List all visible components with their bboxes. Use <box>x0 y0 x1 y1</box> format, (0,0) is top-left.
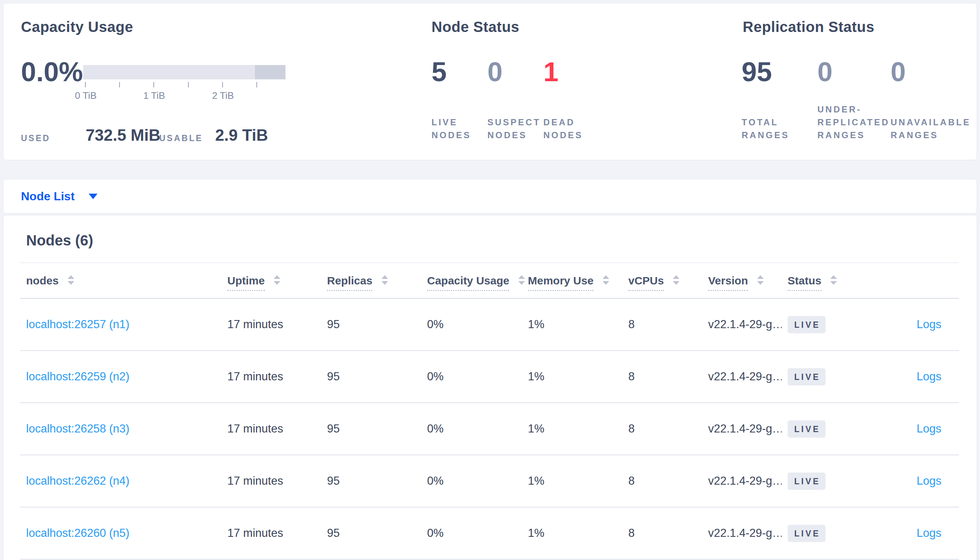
replicas-cell: 95 <box>321 507 421 559</box>
total-ranges-count: 95 <box>742 58 772 86</box>
node-status-title: Node Status <box>431 19 519 35</box>
axis-tick <box>154 82 154 87</box>
nodes-panel: Nodes (6) nodes Uptime <box>3 215 977 560</box>
status-cell: LIVE <box>782 455 851 507</box>
caret-down-icon <box>89 193 97 199</box>
nodes-table: nodes Uptime Replicas Capacity Usag <box>20 262 959 560</box>
version-cell: v22.1.4-29-g… <box>702 455 782 507</box>
view-switcher-bar: Node List <box>3 179 977 213</box>
usable-label: USABLE <box>159 133 203 143</box>
dead-nodes-count: 1 <box>544 58 559 86</box>
used-label: USED <box>21 133 50 143</box>
vcpus-cell: 8 <box>622 298 702 350</box>
under-replicated-ranges-count: 0 <box>818 58 833 86</box>
status-badge: LIVE <box>788 473 826 490</box>
nodes-heading: Nodes (6) <box>3 215 977 249</box>
status-badge: LIVE <box>788 316 826 333</box>
column-header-version[interactable]: Version <box>702 263 782 298</box>
capacity-usage-bar <box>83 65 286 79</box>
status-cell: LIVE <box>782 403 851 455</box>
axis-tick <box>119 82 120 87</box>
uptime-cell: 17 minutes <box>221 507 321 559</box>
axis-tick-label: 0 TiB <box>75 90 96 102</box>
logs-cell: Logs <box>851 350 959 403</box>
logs-link[interactable]: Logs <box>917 527 942 539</box>
unavailable-ranges-label: UNAVAILABLE RANGES <box>891 116 971 142</box>
capacity-usage-cell: 0% <box>421 298 522 350</box>
axis-tick-label: 2 TiB <box>212 90 234 102</box>
logs-link[interactable]: Logs <box>917 370 942 383</box>
nodes-table-body: localhost:26257 (n1) 17 minutes 95 0% 1%… <box>20 298 959 559</box>
logs-cell: Logs <box>851 403 959 455</box>
column-header-logs <box>851 263 959 298</box>
memory-use-cell: 1% <box>522 403 622 455</box>
replication-status-title: Replication Status <box>743 19 875 35</box>
under-replicated-ranges-label: UNDER- REPLICATED RANGES <box>818 103 890 142</box>
capacity-usage-cell: 0% <box>421 507 522 559</box>
capacity-usage-cell: 0% <box>421 455 522 507</box>
status-badge: LIVE <box>788 420 826 438</box>
axis-tick <box>85 82 86 87</box>
logs-link[interactable]: Logs <box>917 422 942 435</box>
node-address-link[interactable]: localhost:26259 (n2) <box>26 370 129 383</box>
column-header-uptime[interactable]: Uptime <box>221 263 321 298</box>
node-address-link[interactable]: localhost:26260 (n5) <box>26 527 129 539</box>
node-list-dropdown[interactable]: Node List <box>21 190 97 203</box>
capacity-usage-title: Capacity Usage <box>21 19 133 35</box>
suspect-nodes-count: 0 <box>487 58 502 86</box>
table-header-row: nodes Uptime Replicas Capacity Usag <box>20 263 959 298</box>
status-badge: LIVE <box>788 368 826 385</box>
logs-link[interactable]: Logs <box>917 474 942 487</box>
axis-tick <box>222 82 223 87</box>
sort-icon <box>757 275 764 285</box>
memory-use-cell: 1% <box>522 507 622 559</box>
live-nodes-label: LIVE NODES <box>431 116 471 142</box>
axis-tick <box>256 82 257 87</box>
axis-tick <box>188 82 189 87</box>
logs-cell: Logs <box>851 507 959 559</box>
node-address-cell: localhost:26258 (n3) <box>20 403 221 455</box>
sort-icon <box>68 275 74 285</box>
capacity-used-percent: 0.0% <box>21 58 83 86</box>
vcpus-cell: 8 <box>622 455 702 507</box>
column-header-capacity-usage[interactable]: Capacity Usage <box>421 263 522 298</box>
version-cell: v22.1.4-29-g… <box>702 507 782 559</box>
node-row: localhost:26258 (n3) 17 minutes 95 0% 1%… <box>20 403 959 455</box>
vcpus-cell: 8 <box>622 403 702 455</box>
capacity-bar-segment <box>255 65 286 79</box>
status-cell: LIVE <box>782 298 851 350</box>
status-cell: LIVE <box>782 507 851 559</box>
logs-link[interactable]: Logs <box>917 318 942 331</box>
uptime-cell: 17 minutes <box>221 455 321 507</box>
suspect-nodes-label: SUSPECT NODES <box>487 116 541 142</box>
node-row: localhost:26262 (n4) 17 minutes 95 0% 1%… <box>20 455 959 507</box>
capacity-usage-cell: 0% <box>421 403 522 455</box>
column-header-memory-use[interactable]: Memory Use <box>522 263 622 298</box>
vcpus-cell: 8 <box>622 507 702 559</box>
replicas-cell: 95 <box>321 298 421 350</box>
unavailable-ranges-count: 0 <box>891 58 906 86</box>
cluster-summary-panel: Capacity Usage 0.0% 0 TiB 1 TiB 2 TiB US… <box>3 3 977 160</box>
sort-icon <box>381 275 388 285</box>
column-header-nodes[interactable]: nodes <box>20 263 221 298</box>
node-address-link[interactable]: localhost:26258 (n3) <box>26 422 129 435</box>
version-cell: v22.1.4-29-g… <box>702 298 782 350</box>
status-badge: LIVE <box>788 525 826 542</box>
node-address-link[interactable]: localhost:26262 (n4) <box>26 474 129 487</box>
usable-value: 2.9 TiB <box>215 126 268 144</box>
node-row: localhost:26259 (n2) 17 minutes 95 0% 1%… <box>20 350 959 403</box>
column-header-vcpus[interactable]: vCPUs <box>622 263 702 298</box>
node-address-cell: localhost:26259 (n2) <box>20 350 221 403</box>
memory-use-cell: 1% <box>522 350 622 403</box>
live-nodes-count: 5 <box>431 58 447 86</box>
uptime-cell: 17 minutes <box>221 350 321 403</box>
replicas-cell: 95 <box>321 455 421 507</box>
node-address-link[interactable]: localhost:26257 (n1) <box>26 318 129 331</box>
status-cell: LIVE <box>782 350 851 403</box>
uptime-cell: 17 minutes <box>221 403 321 455</box>
column-header-replicas[interactable]: Replicas <box>321 263 421 298</box>
column-header-status[interactable]: Status <box>782 263 851 298</box>
memory-use-cell: 1% <box>522 298 622 350</box>
node-row: localhost:26260 (n5) 17 minutes 95 0% 1%… <box>20 507 959 559</box>
dead-nodes-label: DEAD NODES <box>544 116 583 142</box>
